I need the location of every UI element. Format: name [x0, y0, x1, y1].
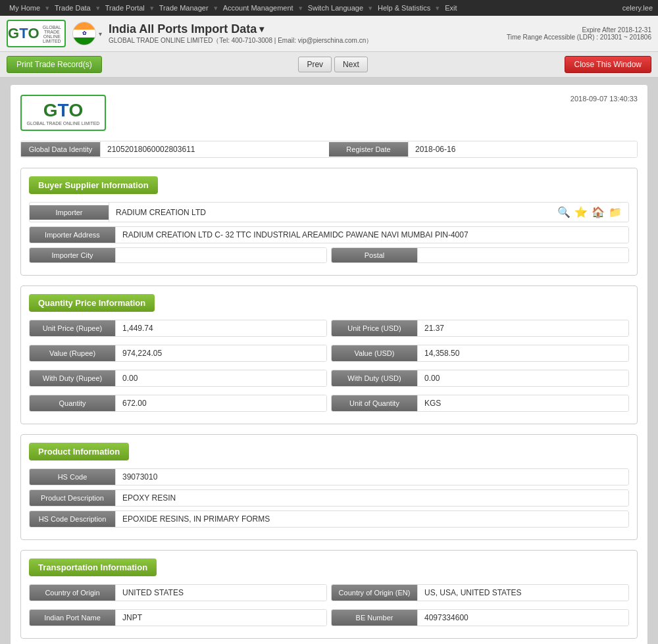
identity-row: Global Data Identity 2105201806000280361…: [20, 141, 638, 158]
nav-buttons-top: Prev Next: [298, 57, 367, 72]
value-rupee-label: Value (Rupee): [30, 345, 115, 361]
nav-account-management[interactable]: Account Management: [219, 3, 297, 13]
product-section: Product Information HS Code 39073010 Pro…: [20, 434, 638, 540]
flag-bot-stripe: [73, 37, 95, 45]
nav-help-statistics[interactable]: Help & Statistics: [374, 3, 434, 13]
with-duty-rupee-value: 0.00: [115, 370, 326, 386]
nav-trade-manager[interactable]: Trade Manager: [155, 3, 213, 13]
postal-label: Postal: [332, 248, 417, 262]
flag-mid-stripe: ✿: [73, 30, 95, 37]
star-icon[interactable]: ⭐: [574, 206, 588, 218]
india-flag: ✿: [72, 22, 96, 45]
page-title-text: India All Ports Import Data: [109, 22, 257, 36]
gto-logo: G T O GLOBAL TRADE ONLINE LIMITED: [7, 20, 66, 47]
ashoka-chakra: ✿: [82, 30, 87, 36]
importer-value-text: RADIUM CREATION LTD: [116, 208, 206, 217]
global-data-identity-value: 21052018060002803611: [100, 141, 329, 157]
postal-row: Postal: [331, 247, 629, 263]
buyer-supplier-header: Buyer Supplier Information: [29, 176, 158, 194]
page-title-area: India All Ports Import Data ▾ GLOBAL TRA…: [109, 22, 372, 45]
hs-code-value: 39073010: [115, 469, 628, 485]
nav-trade-data[interactable]: Trade Data: [51, 3, 95, 13]
with-duty-rupee-label: With Duty (Rupee): [30, 370, 115, 386]
record-timestamp: 2018-09-07 13:40:33: [570, 95, 638, 103]
register-date-value: 2018-06-16: [408, 141, 637, 157]
hs-code-label: HS Code: [30, 469, 115, 485]
be-number-value: 4097334600: [417, 610, 628, 626]
buyer-supplier-section: Buyer Supplier Information Importer RADI…: [20, 168, 638, 276]
hs-code-description-row: HS Code Description EPOXIDE RESINS, IN P…: [29, 510, 629, 528]
importer-city-label: Importer City: [30, 248, 115, 262]
unit-price-usd-label: Unit Price (USD): [332, 320, 417, 336]
value-usd-row: Value (USD) 14,358.50: [331, 345, 629, 362]
flag-dropdown-arrow[interactable]: ▾: [99, 30, 102, 37]
unit-price-usd-value: 21.37: [417, 320, 628, 336]
flag-area: ✿ ▾: [72, 22, 102, 45]
unit-of-quantity-label: Unit of Quantity: [332, 395, 417, 411]
prev-button-top[interactable]: Prev: [298, 57, 332, 72]
logo-o: O: [28, 25, 39, 42]
with-duty-rupee-row: With Duty (Rupee) 0.00: [29, 370, 327, 387]
folder-icon[interactable]: 📁: [609, 206, 622, 218]
logo-large-subtitle: GLOBAL TRADE ONLINE LIMITED: [27, 121, 100, 126]
hs-code-description-label: HS Code Description: [30, 511, 115, 527]
value-usd-value: 14,358.50: [417, 345, 628, 361]
record-card: G T O GLOBAL TRADE ONLINE LIMITED 2018-0…: [10, 84, 648, 644]
indian-port-name-row: Indian Port Name JNPT: [29, 609, 327, 626]
logo-large-g: G: [43, 100, 58, 121]
nav-trade-portal[interactable]: Trade Portal: [101, 3, 149, 13]
quantity-price-grid: Unit Price (Rupee) 1,449.74 Unit Price (…: [29, 320, 629, 416]
country-of-origin-en-row: Country of Origin (EN) US, USA, UNITED S…: [331, 584, 629, 601]
page-title: India All Ports Import Data ▾: [109, 22, 372, 36]
product-description-label: Product Description: [30, 490, 115, 506]
house-icon[interactable]: 🏠: [592, 206, 605, 218]
next-button-top[interactable]: Next: [334, 57, 368, 72]
unit-price-rupee-label: Unit Price (Rupee): [30, 320, 115, 336]
logo-large-t: T: [57, 100, 68, 121]
nav-exit[interactable]: Exit: [441, 3, 461, 13]
with-duty-usd-value: 0.00: [417, 370, 628, 386]
quantity-price-section: Quantity Price Information Unit Price (R…: [20, 285, 638, 424]
quantity-value: 672.00: [115, 395, 326, 411]
record-header: G T O GLOBAL TRADE ONLINE LIMITED 2018-0…: [20, 95, 638, 131]
range-info: Time Range Accessible (LDR) : 201301 ~ 2…: [507, 34, 651, 41]
country-of-origin-en-label: Country of Origin (EN): [332, 585, 417, 601]
transportation-header: Transportation Information: [29, 558, 157, 576]
product-description-value: EPOXY RESIN: [115, 490, 628, 506]
country-of-origin-label: Country of Origin: [30, 585, 115, 601]
print-button-top[interactable]: Print Trade Record(s): [7, 56, 102, 73]
country-of-origin-value: UNITED STATES: [115, 585, 326, 601]
close-button-top[interactable]: Close This Window: [565, 56, 651, 73]
be-number-row: BE Number 4097334600: [331, 609, 629, 626]
quantity-row: Quantity 672.00: [29, 395, 327, 412]
importer-label: Importer: [30, 205, 109, 220]
transportation-grid: Country of Origin UNITED STATES Country …: [29, 584, 629, 630]
indian-port-name-value: JNPT: [115, 610, 326, 626]
importer-address-label: Importer Address: [30, 227, 115, 243]
logo-subtitle: GLOBAL TRADE ONLINE LIMITED: [39, 25, 64, 43]
country-of-origin-en-value: US, USA, UNITED STATES: [417, 585, 628, 601]
value-usd-label: Value (USD): [332, 345, 417, 361]
search-icon[interactable]: 🔍: [557, 206, 570, 218]
hs-code-row: HS Code 39073010: [29, 468, 629, 485]
nav-my-home[interactable]: My Home: [5, 3, 44, 13]
value-rupee-value: 974,224.05: [115, 345, 326, 361]
quantity-label: Quantity: [30, 395, 115, 411]
logo-large-o: O: [69, 100, 84, 121]
be-number-label: BE Number: [332, 610, 417, 626]
importer-action-icons: 🔍 ⭐ 🏠 📁: [557, 206, 622, 218]
gto-logo-large: G T O GLOBAL TRADE ONLINE LIMITED: [20, 95, 106, 131]
city-postal-grid: Importer City Postal: [29, 247, 629, 267]
with-duty-usd-label: With Duty (USD): [332, 370, 417, 386]
current-user: celery.lee: [622, 4, 653, 12]
unit-price-rupee-row: Unit Price (Rupee) 1,449.74: [29, 320, 327, 337]
unit-price-usd-row: Unit Price (USD) 21.37: [331, 320, 629, 337]
importer-city-row: Importer City: [29, 247, 327, 263]
with-duty-usd-row: With Duty (USD) 0.00: [331, 370, 629, 387]
nav-items: My Home ▾ Trade Data ▾ Trade Portal ▾ Tr…: [5, 3, 461, 13]
expire-info: Expire After 2018-12-31: [507, 26, 651, 34]
nav-switch-language[interactable]: Switch Language: [304, 3, 367, 13]
page-subtitle: GLOBAL TRADE ONLINE LIMITED（Tel: 400-710…: [109, 36, 372, 45]
title-dropdown[interactable]: ▾: [259, 24, 264, 34]
importer-address-row: Importer Address RADIUM CREATION LTD C- …: [29, 226, 629, 243]
